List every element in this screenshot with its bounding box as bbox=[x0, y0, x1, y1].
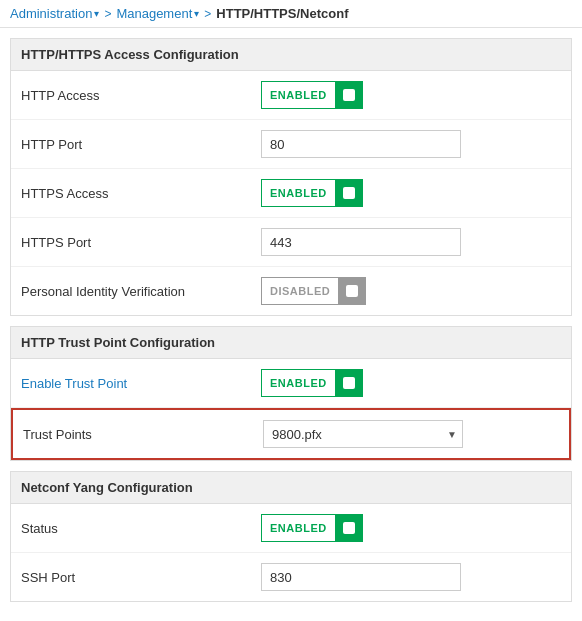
https-access-toggle[interactable]: ENABLED bbox=[261, 179, 363, 207]
trust-points-control: 9800.pfx ▼ bbox=[263, 420, 463, 448]
trust-points-select[interactable]: 9800.pfx bbox=[263, 420, 463, 448]
section-netconf-header: Netconf Yang Configuration bbox=[10, 471, 572, 504]
enable-trust-row: Enable Trust Point ENABLED bbox=[11, 359, 571, 408]
enable-trust-toggle-label: ENABLED bbox=[261, 369, 335, 397]
https-access-row: HTTPS Access ENABLED bbox=[11, 169, 571, 218]
https-port-row: HTTPS Port bbox=[11, 218, 571, 267]
https-port-input[interactable] bbox=[261, 228, 461, 256]
netconf-status-label: Status bbox=[21, 521, 261, 536]
http-access-toggle-switch[interactable] bbox=[335, 81, 363, 109]
piv-row: Personal Identity Verification DISABLED bbox=[11, 267, 571, 315]
netconf-status-toggle[interactable]: ENABLED bbox=[261, 514, 363, 542]
http-port-control bbox=[261, 130, 461, 158]
trust-points-row: Trust Points 9800.pfx ▼ bbox=[11, 408, 571, 460]
section-trust-point-body: Enable Trust Point ENABLED Trust Points … bbox=[10, 359, 572, 461]
netconf-status-row: Status ENABLED bbox=[11, 504, 571, 553]
section-http-access-header: HTTP/HTTPS Access Configuration bbox=[10, 38, 572, 71]
enable-trust-toggle[interactable]: ENABLED bbox=[261, 369, 363, 397]
piv-toggle-switch[interactable] bbox=[338, 277, 366, 305]
main-content: HTTP/HTTPS Access Configuration HTTP Acc… bbox=[0, 38, 582, 621]
piv-label: Personal Identity Verification bbox=[21, 284, 261, 299]
section-netconf-body: Status ENABLED SSH Port bbox=[10, 504, 572, 602]
https-port-control bbox=[261, 228, 461, 256]
http-access-toggle-label: ENABLED bbox=[261, 81, 335, 109]
breadcrumb-management-link[interactable]: Management bbox=[116, 6, 192, 21]
section-http-access-body: HTTP Access ENABLED HTTP Port HTTPS Acce… bbox=[10, 71, 572, 316]
enable-trust-toggle-switch[interactable] bbox=[335, 369, 363, 397]
http-access-toggle[interactable]: ENABLED bbox=[261, 81, 363, 109]
breadcrumb-admin-arrow: ▾ bbox=[94, 8, 99, 19]
enable-trust-label: Enable Trust Point bbox=[21, 376, 261, 391]
ssh-port-label: SSH Port bbox=[21, 570, 261, 585]
breadcrumb-current: HTTP/HTTPS/Netconf bbox=[216, 6, 348, 21]
https-port-label: HTTPS Port bbox=[21, 235, 261, 250]
breadcrumb-management-arrow: ▾ bbox=[194, 8, 199, 19]
breadcrumb: Administration▾ > Management▾ > HTTP/HTT… bbox=[0, 0, 582, 28]
piv-toggle-label: DISABLED bbox=[261, 277, 338, 305]
ssh-port-control bbox=[261, 563, 461, 591]
piv-toggle[interactable]: DISABLED bbox=[261, 277, 366, 305]
http-access-label: HTTP Access bbox=[21, 88, 261, 103]
http-port-row: HTTP Port bbox=[11, 120, 571, 169]
ssh-port-row: SSH Port bbox=[11, 553, 571, 601]
https-access-label: HTTPS Access bbox=[21, 186, 261, 201]
breadcrumb-sep2: > bbox=[204, 7, 211, 21]
netconf-status-toggle-switch[interactable] bbox=[335, 514, 363, 542]
http-port-label: HTTP Port bbox=[21, 137, 261, 152]
https-access-toggle-label: ENABLED bbox=[261, 179, 335, 207]
breadcrumb-sep1: > bbox=[104, 7, 111, 21]
trust-points-label: Trust Points bbox=[23, 427, 263, 442]
netconf-status-toggle-label: ENABLED bbox=[261, 514, 335, 542]
http-port-input[interactable] bbox=[261, 130, 461, 158]
https-access-toggle-switch[interactable] bbox=[335, 179, 363, 207]
section-trust-point-header: HTTP Trust Point Configuration bbox=[10, 326, 572, 359]
ssh-port-input[interactable] bbox=[261, 563, 461, 591]
breadcrumb-admin-link[interactable]: Administration bbox=[10, 6, 92, 21]
http-access-row: HTTP Access ENABLED bbox=[11, 71, 571, 120]
